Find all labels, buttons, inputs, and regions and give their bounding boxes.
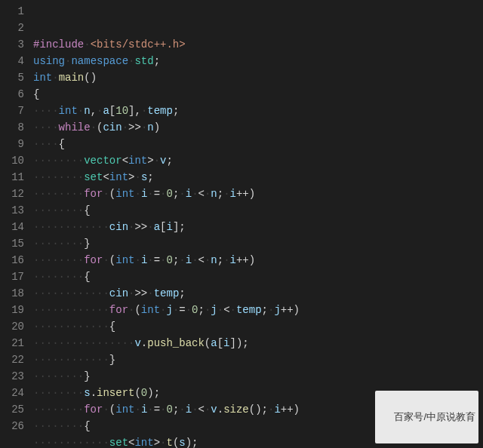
token-op: =	[154, 188, 160, 200]
token-var: temp	[236, 304, 262, 316]
code-line[interactable]: ········for·(int·i·=·0;·i·<·n;·i++)	[33, 252, 483, 268]
token-kw: int	[115, 254, 134, 266]
code-line[interactable]: {	[33, 86, 483, 103]
token-pun: )	[249, 254, 255, 266]
line-number: 16	[0, 252, 24, 268]
token-var: i	[186, 188, 192, 200]
line-number: 18	[0, 285, 24, 302]
token-op: >>	[128, 121, 141, 133]
token-var: cin	[109, 221, 128, 233]
line-number: 20	[0, 318, 24, 335]
token-pun: ;	[154, 55, 160, 67]
code-line[interactable]: ········{	[33, 268, 483, 285]
token-pun: >	[154, 437, 160, 448]
token-ws: ····	[33, 121, 59, 133]
token-var: v	[134, 337, 140, 349]
token-ws: ·	[134, 404, 140, 416]
token-pun: ;	[147, 171, 153, 183]
code-line[interactable]: int·main()	[33, 69, 483, 86]
code-line[interactable]: ············cin·>>·temp;	[33, 285, 483, 302]
code-line[interactable]: using·namespace·std;	[33, 53, 483, 69]
token-ws: ········	[33, 254, 84, 266]
line-number: 5	[0, 69, 24, 86]
token-kw: int	[141, 304, 160, 316]
line-number: 21	[0, 335, 24, 351]
token-var: i	[166, 221, 172, 233]
code-line[interactable]: ················v.push_back(a[i]);	[33, 335, 483, 351]
token-str: <bits/stdc++.h>	[91, 38, 186, 51]
line-number: 8	[0, 119, 24, 136]
token-pun: ();	[249, 404, 268, 416]
token-pun: {	[84, 204, 90, 216]
line-number: 9	[0, 136, 24, 152]
token-kw: int	[59, 105, 78, 117]
code-line[interactable]: ········for·(int·i·=·0;·i·<·n;·i++)	[33, 186, 483, 202]
token-op: =	[179, 304, 185, 316]
token-dir: while	[59, 121, 91, 133]
token-var: s	[84, 387, 90, 399]
line-number: 6	[0, 86, 24, 103]
code-line[interactable]: ········}	[33, 235, 483, 252]
token-num: 0	[141, 387, 147, 399]
token-ws: ·	[91, 121, 97, 133]
watermark-right: 中原说教育	[426, 411, 475, 422]
code-line[interactable]: ····while·(cin·>>·n)	[33, 119, 483, 136]
token-pun: )	[294, 404, 300, 416]
token-kw: int	[128, 155, 147, 167]
token-op: ++	[236, 188, 249, 200]
token-pun: (	[205, 337, 211, 349]
token-var: a	[103, 105, 109, 117]
token-pun: ;	[173, 105, 179, 117]
code-area[interactable]: #include·<bits/stdc++.h>using·namespace·…	[30, 0, 483, 448]
token-dir: for	[84, 254, 103, 266]
code-line[interactable]: ········{	[33, 202, 483, 219]
token-fn: insert	[97, 387, 134, 399]
line-number: 10	[0, 152, 24, 169]
token-ws: ·	[147, 287, 153, 299]
line-number: 2	[0, 20, 24, 36]
code-editor[interactable]: 1234567891011121314151617181920212223242…	[0, 0, 483, 448]
token-ws: ·	[160, 404, 166, 416]
code-line[interactable]: ········}	[33, 368, 483, 385]
token-num: 0	[167, 254, 173, 266]
token-pun: (	[134, 304, 140, 316]
token-ws: ·	[154, 155, 160, 167]
token-op: =	[154, 254, 160, 266]
token-ws: ············	[33, 221, 109, 233]
line-number-gutter: 1234567891011121314151617181920212223242…	[0, 0, 30, 448]
token-pun: )	[154, 121, 160, 133]
code-line[interactable]: ····int·n,·a[10],·temp;	[33, 103, 483, 119]
code-line[interactable]: ········set<int>·s;	[33, 169, 483, 186]
token-var: n	[211, 188, 217, 200]
token-op: <	[198, 254, 205, 266]
token-ws: ········	[33, 404, 84, 416]
code-line[interactable]: ············}	[33, 351, 483, 368]
token-pun: {	[59, 138, 65, 150]
code-line[interactable]: ············for·(int·j·=·0;·j·<·temp;·j+…	[33, 302, 483, 318]
token-kw: int	[115, 188, 134, 200]
code-line[interactable]: ········vector<int>·v;	[33, 152, 483, 169]
token-ws: ········	[33, 370, 84, 382]
token-var: a	[154, 221, 160, 233]
token-ws: ········	[33, 238, 84, 250]
token-op: ++	[281, 304, 294, 316]
token-var: temp	[154, 287, 180, 299]
token-var: i	[186, 254, 192, 266]
token-pun: ],	[128, 105, 141, 117]
line-number: 13	[0, 202, 24, 219]
token-pun: ;	[217, 254, 223, 266]
token-var: a	[211, 337, 217, 349]
line-number: 22	[0, 351, 24, 368]
token-ws: ····	[33, 105, 59, 117]
token-op: >>	[134, 221, 147, 233]
token-var: cin	[103, 121, 122, 133]
token-var: j	[166, 304, 172, 316]
code-line[interactable]: ············cin·>>·a[i];	[33, 219, 483, 235]
code-line[interactable]: #include·<bits/stdc++.h>	[33, 36, 483, 53]
token-ws: ·	[179, 404, 185, 416]
token-ws: ·	[84, 38, 90, 51]
code-line[interactable]: ····{	[33, 136, 483, 152]
code-line[interactable]: ············{	[33, 318, 483, 335]
token-op: >>	[134, 287, 147, 299]
token-ws: ·	[147, 221, 153, 233]
